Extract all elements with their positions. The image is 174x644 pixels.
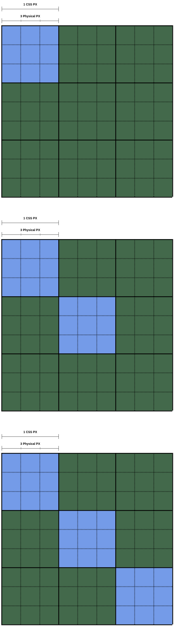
diagram-d1: 1 CSS PX3 Physical PX	[1, 2, 173, 197]
grid-line-minor-h	[1, 102, 172, 102]
highlight-pixel	[58, 296, 115, 354]
css-px-label: 1 CSS PX	[23, 216, 37, 220]
grid-line-minor-v	[20, 239, 21, 410]
physical-px-label: 3 Physical PX	[20, 442, 40, 446]
grid-line-major-v	[1, 239, 2, 410]
grid-line-minor-v	[96, 453, 97, 624]
grid-line-minor-h	[1, 258, 172, 259]
grid-line-minor-v	[39, 25, 40, 197]
highlight-pixel	[58, 510, 115, 567]
css-px-label: 1 CSS PX	[23, 430, 37, 434]
diagram-d2: 1 CSS PX3 Physical PX	[1, 216, 173, 410]
grid-line-major-v	[172, 453, 173, 624]
grid-line-major-h	[1, 567, 172, 568]
grid-line-major-h	[1, 410, 172, 412]
grid-line-major-v	[172, 239, 173, 410]
grid-line-major-h	[1, 354, 172, 354]
grid-line-minor-v	[20, 25, 21, 197]
physical-px-label: 3 Physical PX	[20, 228, 40, 232]
grid-line-major-v	[1, 453, 2, 624]
pixel-grid	[1, 239, 172, 410]
grid-line-major-h	[1, 140, 172, 140]
grid-line-major-v	[115, 239, 116, 410]
grid-line-minor-h	[1, 529, 172, 530]
grid-line-minor-v	[77, 25, 78, 197]
css-px-label: 1 CSS PX	[23, 2, 37, 6]
grid-line-minor-v	[39, 239, 40, 410]
grid-line-minor-h	[1, 392, 172, 392]
grid-line-minor-h	[1, 586, 172, 587]
grid-line-minor-v	[96, 25, 97, 197]
grid-line-minor-v	[134, 453, 135, 624]
physical-px-bracket	[2, 18, 59, 23]
grid-line-minor-h	[1, 315, 172, 316]
highlight-pixel	[115, 567, 172, 624]
grid-line-minor-v	[39, 453, 40, 624]
grid-line-major-v	[115, 25, 116, 197]
grid-line-minor-v	[96, 239, 97, 410]
bracket-area: 1 CSS PX3 Physical PX	[2, 216, 173, 239]
grid-line-major-h	[1, 296, 172, 297]
grid-line-minor-h	[1, 491, 172, 492]
physical-px-bracket	[2, 446, 59, 451]
pixel-grid	[1, 25, 172, 197]
highlight-pixel	[1, 239, 58, 296]
bracket-tick	[21, 447, 21, 450]
grid-line-major-v	[58, 25, 59, 197]
grid-line-major-h	[1, 624, 172, 625]
bracket-tick	[21, 234, 21, 236]
grid-line-minor-h	[1, 472, 172, 473]
physical-px-label: 3 Physical PX	[20, 14, 40, 18]
bracket-tick	[21, 20, 21, 22]
css-px-bracket	[2, 220, 59, 225]
grid-line-minor-v	[153, 25, 154, 197]
grid-line-major-v	[115, 453, 116, 624]
grid-line-major-h	[1, 453, 172, 454]
grid-line-minor-v	[77, 239, 78, 410]
grid-line-minor-h	[1, 334, 172, 335]
grid-line-minor-h	[1, 372, 172, 373]
physical-px-bracket	[2, 232, 59, 237]
grid-line-major-h	[1, 197, 172, 198]
grid-line-major-h	[1, 510, 172, 511]
bracket-area: 1 CSS PX3 Physical PX	[2, 2, 173, 25]
grid-line-minor-v	[134, 239, 135, 410]
grid-line-minor-h	[1, 64, 172, 64]
highlight-pixel	[1, 25, 58, 82]
grid-line-minor-h	[1, 178, 172, 179]
grid-line-minor-h	[1, 606, 172, 606]
grid-line-minor-h	[1, 121, 172, 122]
grid-line-major-h	[1, 25, 172, 26]
bracket-area: 1 CSS PX3 Physical PX	[2, 430, 173, 453]
grid-line-minor-v	[153, 239, 154, 410]
grid-line-major-h	[1, 82, 172, 83]
grid-line-minor-h	[1, 277, 172, 278]
css-px-bracket	[2, 434, 59, 439]
grid-line-major-v	[1, 25, 2, 197]
grid-line-minor-v	[134, 25, 135, 197]
grid-line-major-v	[58, 239, 59, 410]
pixel-grid	[1, 453, 172, 624]
grid-line-minor-v	[20, 453, 21, 624]
grid-line-minor-h	[1, 44, 172, 45]
highlight-pixel	[1, 453, 58, 510]
grid-line-minor-h	[1, 158, 172, 160]
grid-line-major-h	[1, 239, 172, 240]
grid-line-minor-v	[77, 453, 78, 624]
diagram-d3: 1 CSS PX3 Physical PX	[1, 430, 173, 624]
grid-line-major-v	[172, 25, 173, 197]
grid-line-minor-v	[153, 453, 154, 624]
grid-line-minor-h	[1, 548, 172, 549]
grid-line-major-v	[58, 453, 59, 624]
css-px-bracket	[2, 6, 59, 11]
